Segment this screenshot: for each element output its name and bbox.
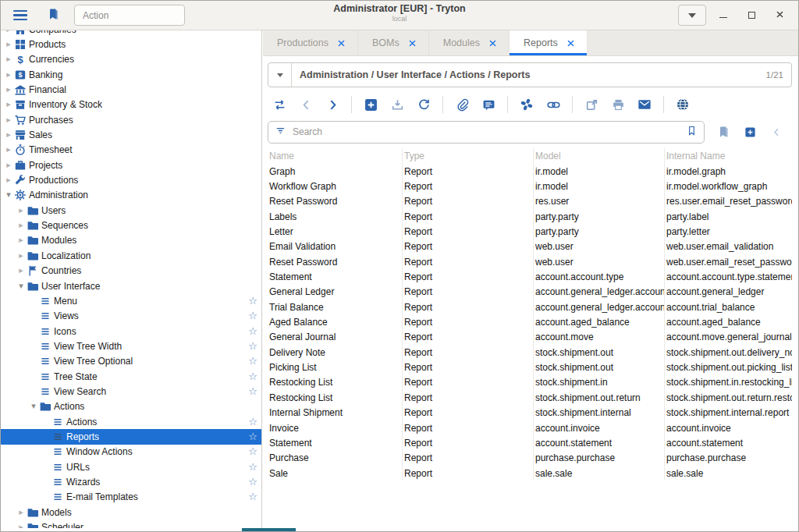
sidebar-item-actions[interactable]: ▾Actions: [1, 399, 261, 414]
save-button[interactable]: [385, 93, 409, 116]
favorite-star-icon[interactable]: ☆: [248, 476, 257, 488]
sidebar-item-inventory-stock[interactable]: ▸Inventory & Stock: [1, 98, 261, 112]
table-row[interactable]: General LedgerReportaccount.general_ledg…: [263, 285, 792, 300]
favorite-star-icon[interactable]: ☆: [248, 445, 257, 457]
table-row[interactable]: Restocking ListReportstock.shipment.out.…: [263, 390, 792, 405]
sidebar-item-wizards[interactable]: Wizards☆: [1, 474, 261, 489]
table-row[interactable]: Internal ShipmentReportstock.shipment.in…: [263, 406, 792, 420]
table-row[interactable]: Trial BalanceReportaccount.general_ledge…: [263, 300, 792, 314]
favorite-star-icon[interactable]: ☆: [248, 295, 257, 307]
expand-expander-icon[interactable]: ▸: [4, 84, 13, 94]
favorite-star-icon[interactable]: ☆: [248, 385, 257, 397]
sidebar-item-view-tree-optional[interactable]: View Tree Optional☆: [1, 354, 261, 369]
favorite-star-icon[interactable]: ☆: [248, 416, 257, 427]
expand-expander-icon[interactable]: ▸: [16, 235, 26, 245]
table-row[interactable]: Restocking ListReportstock.shipment.inst…: [263, 375, 792, 390]
expand-expander-icon[interactable]: ▸: [16, 220, 26, 230]
tab-productions[interactable]: Productions: [263, 30, 358, 55]
attachment-button[interactable]: [450, 93, 474, 116]
sidebar-item-sales[interactable]: ▸Sales: [1, 127, 261, 142]
sidebar-item-user-interface[interactable]: ▾User Interface: [1, 278, 261, 293]
expand-expander-icon[interactable]: ▸: [4, 39, 13, 49]
table-row[interactable]: Aged BalanceReportaccount.aged_balanceac…: [263, 314, 792, 329]
window-dropdown-button[interactable]: [678, 5, 706, 26]
table-row[interactable]: LabelsReportparty.partyparty.label: [263, 209, 792, 224]
favorites-button[interactable]: [41, 4, 65, 27]
table-row[interactable]: Delivery NoteReportstock.shipment.outsto…: [263, 345, 792, 360]
search-input[interactable]: [293, 126, 686, 137]
sidebar-item-financial[interactable]: ▸Financial: [1, 82, 261, 97]
expand-expander-icon[interactable]: ▸: [16, 522, 26, 528]
sidebar-item-icons[interactable]: Icons☆: [1, 324, 261, 339]
sidebar-item-projects[interactable]: ▸Projects: [1, 158, 261, 172]
breadcrumb-toggle-button[interactable]: [268, 63, 292, 87]
favorite-star-icon[interactable]: ☆: [248, 340, 257, 352]
print-button[interactable]: [606, 93, 630, 116]
close-icon[interactable]: [407, 38, 417, 48]
table-row[interactable]: Workflow GraphReportir.modelir.model.wor…: [263, 179, 792, 193]
expand-expander-icon[interactable]: ▸: [4, 129, 13, 140]
tab-reports[interactable]: Reports: [510, 30, 588, 55]
column-header-name[interactable]: Name: [268, 148, 403, 163]
filter-icon[interactable]: [275, 125, 286, 139]
sidebar-item-menu[interactable]: Menu☆: [1, 293, 261, 308]
action-launch-button[interactable]: [515, 93, 538, 116]
table-row[interactable]: LetterReportparty.partyparty.letter: [263, 224, 792, 239]
expand-expander-icon[interactable]: ▸: [16, 250, 26, 261]
favorite-star-icon[interactable]: ☆: [248, 431, 257, 442]
close-button[interactable]: [769, 5, 790, 26]
tab-modules[interactable]: Modules: [429, 30, 510, 55]
table-row[interactable]: Reset PasswordReportres.userres.user.ema…: [263, 194, 792, 209]
previous-page-button[interactable]: [765, 121, 787, 143]
sidebar-item-currencies[interactable]: ▸$Currencies: [1, 52, 261, 67]
expand-expander-icon[interactable]: ▸: [16, 507, 26, 517]
table-row[interactable]: SaleReportsale.salesale.sale: [263, 466, 792, 481]
expand-expander-icon[interactable]: ▸: [4, 160, 13, 170]
table-row[interactable]: PurchaseReportpurchase.purchasepurchase.…: [263, 451, 792, 466]
sidebar-item-productions[interactable]: ▸Productions: [1, 172, 261, 187]
sidebar-item-view-search[interactable]: View Search☆: [1, 384, 261, 399]
sidebar-item-companies[interactable]: ▸Companies: [1, 30, 261, 37]
close-icon[interactable]: [336, 38, 346, 48]
expand-expander-icon[interactable]: ▸: [4, 69, 13, 80]
sidebar-item-banking[interactable]: ▸$Banking: [1, 67, 261, 82]
sidebar-item-scheduler[interactable]: ▸Scheduler: [1, 520, 261, 528]
sidebar-item-modules[interactable]: ▸Modules: [1, 233, 261, 248]
sidebar-item-administration[interactable]: ▾Administration: [1, 188, 261, 203]
sidebar-item-views[interactable]: Views☆: [1, 309, 261, 324]
column-header-type[interactable]: Type: [403, 148, 534, 163]
sidebar-item-countries[interactable]: ▸Countries: [1, 264, 261, 278]
table-row[interactable]: InvoiceReportaccount.invoiceaccount.invo…: [263, 420, 792, 435]
expand-expander-icon[interactable]: ▸: [4, 54, 13, 64]
expand-expander-icon[interactable]: ▸: [16, 265, 26, 275]
favorite-star-icon[interactable]: ☆: [248, 371, 257, 382]
sidebar-item-e-mail-templates[interactable]: E-mail Templates☆: [1, 490, 261, 505]
email-button[interactable]: [633, 93, 656, 116]
sidebar-item-tree-state[interactable]: Tree State☆: [1, 369, 261, 384]
sidebar-item-purchases[interactable]: ▸Purchases: [1, 112, 261, 127]
favorite-star-icon[interactable]: ☆: [248, 310, 257, 321]
relate-link-button[interactable]: [542, 93, 565, 116]
maximize-button[interactable]: [740, 5, 762, 26]
expand-expander-icon[interactable]: ▸: [4, 99, 13, 109]
table-row[interactable]: Reset PasswordReportweb.userweb.user.ema…: [263, 254, 792, 269]
table-row[interactable]: Picking ListReportstock.shipment.outstoc…: [263, 360, 792, 374]
sidebar-item-timesheet[interactable]: ▸Timesheet: [1, 143, 261, 158]
switch-view-button[interactable]: [268, 93, 291, 116]
next-page-button[interactable]: [792, 121, 799, 143]
bookmark-outline-icon[interactable]: [686, 125, 698, 139]
table-row[interactable]: GraphReportir.modelir.model.graph: [263, 164, 792, 179]
sidebar-item-products[interactable]: ▸Products: [1, 37, 261, 51]
expand-expander-icon[interactable]: ▸: [4, 30, 13, 34]
sidebar-item-urls[interactable]: URLs☆: [1, 459, 261, 474]
favorite-star-icon[interactable]: ☆: [248, 325, 257, 337]
note-button[interactable]: [477, 93, 500, 116]
expand-expander-icon[interactable]: ▸: [4, 175, 13, 185]
close-icon[interactable]: [566, 38, 576, 48]
sidebar-item-users[interactable]: ▸Users: [1, 203, 261, 218]
favorite-star-icon[interactable]: ☆: [248, 461, 257, 473]
expand-expander-icon[interactable]: ▸: [16, 205, 26, 215]
add-bookmark-button[interactable]: [739, 121, 761, 143]
expand-expander-icon[interactable]: ▸: [4, 144, 13, 154]
create-button[interactable]: [359, 93, 382, 116]
